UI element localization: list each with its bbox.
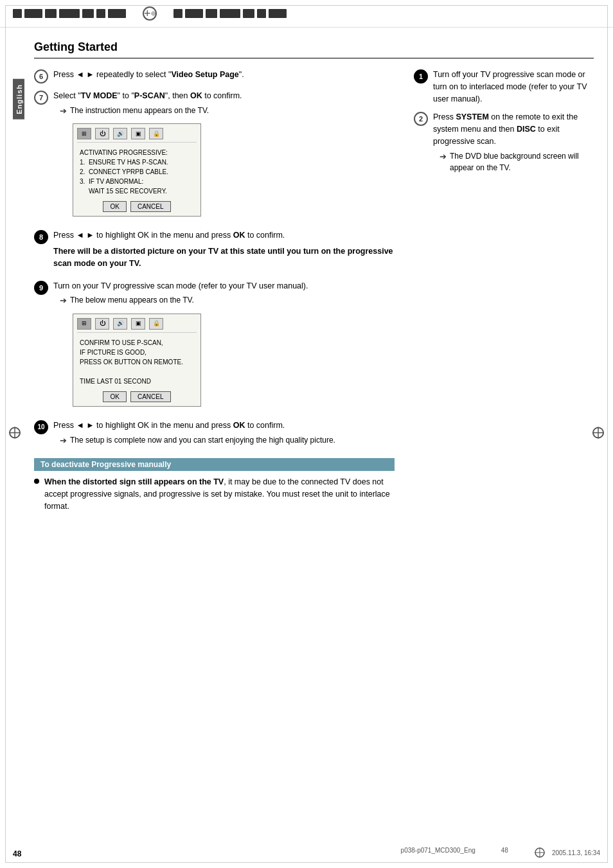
right-crosshair bbox=[591, 425, 605, 443]
english-tab: English bbox=[13, 79, 24, 120]
page-frame bbox=[5, 5, 608, 863]
left-crosshair bbox=[8, 425, 22, 443]
top-crosshair bbox=[143, 6, 157, 21]
footer-left: p038-p071_MCD300_Eng bbox=[401, 847, 475, 858]
bottom-section: 48 p038-p071_MCD300_Eng 48 2005.11.3, 16… bbox=[13, 847, 600, 858]
footer-mid: 48 bbox=[501, 847, 508, 858]
bottom-crosshair bbox=[534, 847, 546, 858]
page-number: 48 bbox=[13, 849, 21, 858]
footer-info: p038-p071_MCD300_Eng 48 2005.11.3, 16:34 bbox=[401, 847, 600, 858]
footer-right: 2005.11.3, 16:34 bbox=[552, 849, 600, 856]
